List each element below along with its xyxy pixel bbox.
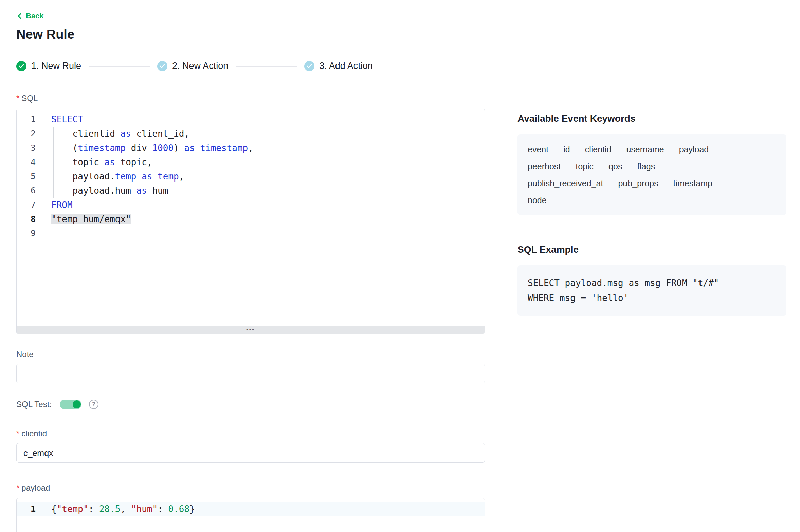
keyword-row: node (528, 195, 776, 205)
line-number: 7 (17, 198, 36, 212)
stepper: 1. New Rule 2. New Action 3. Add Action (16, 61, 485, 71)
code-line[interactable]: 9 (17, 226, 485, 241)
indent-guide (53, 127, 54, 198)
required-asterisk: * (16, 94, 19, 103)
code-text: payload.temp as temp, (36, 169, 184, 184)
event-keyword: pub_props (618, 178, 658, 188)
payload-field-label: * payload (16, 483, 485, 493)
editor-resize-handle[interactable]: ••• (17, 326, 485, 334)
payload-code-area[interactable]: 1{"temp": 28.5, "hum": 0.68} (17, 498, 485, 516)
code-text: {"temp": 28.5, "hum": 0.68} (36, 502, 195, 516)
code-line[interactable]: 5 payload.temp as temp, (17, 169, 485, 184)
step-check-icon (157, 61, 167, 71)
sql-test-label: SQL Test: (16, 400, 52, 409)
code-text: FROM (36, 198, 73, 212)
code-line[interactable]: 6 payload.hum as hum (17, 184, 485, 198)
sql-test-row: SQL Test: ? (16, 400, 485, 409)
help-icon[interactable]: ? (89, 400, 98, 409)
main-form-column: Back New Rule 1. New Rule 2. New Action … (16, 0, 485, 532)
step-connector (89, 66, 150, 66)
payload-code-editor[interactable]: 1{"temp": 28.5, "hum": 0.68} (16, 498, 485, 532)
line-number: 2 (17, 127, 36, 141)
sql-field-label: * SQL (16, 94, 485, 103)
line-number: 1 (17, 502, 36, 516)
event-keyword: node (528, 195, 547, 205)
back-link[interactable]: Back (16, 12, 44, 20)
back-chevron-icon (16, 12, 23, 20)
step-label: 2. New Action (172, 61, 228, 71)
line-number: 6 (17, 184, 36, 198)
event-keyword: peerhost (528, 162, 561, 171)
code-text: SELECT (36, 112, 83, 127)
event-keyword: topic (576, 162, 594, 171)
example-code-line: SELECT payload.msg as msg FROM "t/#" (528, 276, 776, 290)
line-number: 5 (17, 169, 36, 184)
keyword-row: peerhosttopicqosflags (528, 162, 776, 171)
clientid-input[interactable] (16, 443, 485, 463)
keywords-title: Available Event Keywords (517, 113, 786, 124)
code-text: payload.hum as hum (36, 184, 168, 198)
code-line[interactable]: 7FROM (17, 198, 485, 212)
line-number: 9 (17, 226, 36, 241)
sql-code-editor[interactable]: 1SELECT2 clientid as client_id,3 (timest… (16, 109, 485, 334)
line-number: 8 (17, 212, 36, 226)
sql-example-box: SELECT payload.msg as msg FROM "t/#"WHER… (517, 265, 786, 316)
code-line[interactable]: 1{"temp": 28.5, "hum": 0.68} (17, 502, 485, 516)
step-label: 3. Add Action (319, 61, 373, 71)
event-keyword: clientid (585, 145, 612, 154)
note-field-label: Note (16, 349, 485, 359)
page-title: New Rule (16, 27, 485, 42)
code-line[interactable]: 1SELECT (17, 112, 485, 127)
step-label: 1. New Rule (31, 61, 81, 71)
clientid-field-label: * clientid (16, 429, 485, 438)
event-keyword: publish_received_at (528, 178, 603, 188)
event-keyword: event (528, 145, 548, 154)
event-keyword: qos (608, 162, 622, 171)
code-line[interactable]: 2 clientid as client_id, (17, 127, 485, 141)
sql-code-area[interactable]: 1SELECT2 clientid as client_id,3 (timest… (17, 109, 485, 241)
keywords-box: eventidclientidusernamepayloadpeerhostto… (517, 134, 786, 215)
code-text: "temp_hum/emqx" (36, 212, 131, 226)
line-number: 4 (17, 155, 36, 169)
sql-example-title: SQL Example (517, 244, 786, 255)
step-new-rule[interactable]: 1. New Rule (16, 61, 81, 71)
code-line[interactable]: 8"temp_hum/emqx" (17, 212, 485, 226)
help-sidebar: Available Event Keywords eventidclientid… (517, 113, 786, 316)
back-label: Back (26, 12, 44, 20)
step-new-action[interactable]: 2. New Action (157, 61, 228, 71)
line-number: 3 (17, 141, 36, 155)
step-check-icon (16, 61, 26, 71)
code-text (36, 226, 51, 241)
line-number: 1 (17, 112, 36, 127)
required-asterisk: * (16, 429, 19, 438)
event-keyword: id (563, 145, 570, 154)
code-text: (timestamp div 1000) as timestamp, (36, 141, 253, 155)
step-add-action[interactable]: 3. Add Action (304, 61, 373, 71)
sql-test-toggle[interactable] (60, 400, 81, 409)
keyword-row: publish_received_atpub_propstimestamp (528, 178, 776, 188)
event-keyword: timestamp (673, 178, 712, 188)
step-connector (236, 66, 297, 66)
event-keyword: flags (637, 162, 655, 171)
resize-dots-icon: ••• (246, 326, 255, 334)
code-text: clientid as client_id, (36, 127, 189, 141)
toggle-knob (73, 400, 81, 408)
example-code-line: WHERE msg = 'hello' (528, 290, 776, 305)
code-line[interactable]: 4 topic as topic, (17, 155, 485, 169)
note-input[interactable] (16, 364, 485, 383)
required-asterisk: * (16, 483, 19, 493)
keyword-row: eventidclientidusernamepayload (528, 145, 776, 154)
event-keyword: username (626, 145, 664, 154)
code-line[interactable]: 3 (timestamp div 1000) as timestamp, (17, 141, 485, 155)
step-check-icon (304, 61, 314, 71)
event-keyword: payload (679, 145, 709, 154)
